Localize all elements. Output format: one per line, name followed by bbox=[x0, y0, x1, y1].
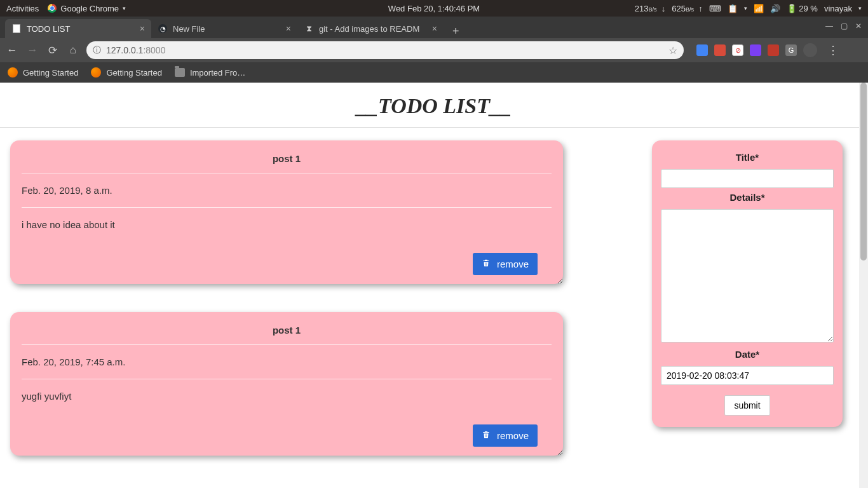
remove-button[interactable]: remove bbox=[473, 424, 538, 447]
card-body: yugfi yuvfiyt bbox=[22, 379, 552, 402]
clipboard-icon[interactable]: 📋 bbox=[728, 4, 738, 13]
profile-avatar[interactable] bbox=[803, 43, 817, 57]
extensions-area: ⊘ G bbox=[696, 44, 797, 56]
card-title: post 1 bbox=[22, 321, 552, 345]
extension-icon[interactable] bbox=[714, 44, 726, 56]
card-date: Feb. 20, 2019, 7:45 a.m. bbox=[22, 345, 552, 379]
forward-button[interactable]: → bbox=[25, 44, 39, 57]
chevron-down-icon: ▾ bbox=[744, 5, 747, 11]
extension-adblock-icon[interactable]: ⊘ bbox=[732, 44, 743, 56]
browser-tab[interactable]: TODO LIST× bbox=[5, 19, 151, 38]
trash-icon bbox=[482, 430, 491, 441]
todo-card: post 1Feb. 20, 2019, 7:45 a.m.yugfi yuvf… bbox=[10, 312, 563, 456]
user-menu[interactable]: vinayak bbox=[824, 4, 852, 13]
extension-icon[interactable] bbox=[768, 44, 779, 56]
trash-icon bbox=[482, 259, 491, 269]
page-viewport: __TODO LIST__ post 1Feb. 20, 2019, 8 a.m… bbox=[0, 83, 868, 488]
close-button[interactable]: ✕ bbox=[855, 22, 862, 30]
close-tab-icon[interactable]: × bbox=[140, 24, 145, 34]
bookmark-label: Imported Fro… bbox=[190, 68, 245, 78]
card-date: Feb. 20, 2019, 8 a.m. bbox=[22, 173, 552, 208]
new-tab-button[interactable]: + bbox=[444, 25, 468, 38]
clock[interactable]: Wed Feb 20, 1:40:46 PM bbox=[388, 4, 480, 13]
back-button[interactable]: ← bbox=[5, 44, 19, 57]
page-title: __TODO LIST__ bbox=[0, 83, 868, 127]
remove-button[interactable]: remove bbox=[473, 253, 538, 275]
site-info-icon[interactable]: ⓘ bbox=[93, 44, 101, 56]
favicon-icon: ◔ bbox=[158, 24, 168, 34]
app-menu[interactable]: Google Chrome ▾ bbox=[48, 4, 126, 13]
extension-grammarly-icon[interactable]: G bbox=[785, 44, 797, 56]
tab-strip: TODO LIST×◔New File×⧗git - Add images to… bbox=[0, 17, 868, 38]
address-bar[interactable]: ⓘ 127.0.0.1:8000 ☆ bbox=[86, 41, 684, 59]
extension-icon[interactable] bbox=[750, 44, 761, 56]
card-body: i have no idea about it bbox=[22, 208, 552, 230]
close-tab-icon[interactable]: × bbox=[432, 24, 437, 34]
folder-icon bbox=[175, 68, 185, 77]
bookmark-item[interactable]: Imported Fro… bbox=[175, 68, 245, 78]
net-up: 625B/s ↑ bbox=[672, 4, 702, 13]
minimize-button[interactable]: — bbox=[825, 22, 833, 30]
url-text: 127.0.0.1:8000 bbox=[106, 45, 165, 55]
scrollbar-thumb[interactable] bbox=[860, 83, 867, 261]
bookmark-item[interactable]: Getting Started bbox=[91, 67, 161, 78]
extension-translate-icon[interactable] bbox=[696, 44, 708, 56]
browser-menu-button[interactable]: ⋮ bbox=[824, 43, 843, 57]
desktop-topbar: Activities Google Chrome ▾ Wed Feb 20, 1… bbox=[0, 0, 868, 17]
close-tab-icon[interactable]: × bbox=[286, 24, 291, 34]
posts-column: post 1Feb. 20, 2019, 8 a.m.i have no ide… bbox=[10, 140, 563, 456]
chrome-icon bbox=[48, 4, 57, 13]
create-form: Title* Details* Date* submit bbox=[652, 140, 843, 427]
tab-label: New File bbox=[173, 24, 205, 34]
volume-icon[interactable]: 🔊 bbox=[770, 4, 780, 13]
date-label: Date* bbox=[661, 345, 834, 366]
app-name: Google Chrome bbox=[60, 4, 119, 13]
firefox-icon bbox=[91, 67, 101, 78]
maximize-button[interactable]: ▢ bbox=[841, 22, 848, 30]
tab-label: TODO LIST bbox=[27, 24, 70, 34]
chevron-down-icon: ▾ bbox=[123, 5, 126, 11]
todo-card: post 1Feb. 20, 2019, 8 a.m.i have no ide… bbox=[10, 140, 563, 284]
chevron-down-icon: ▾ bbox=[858, 5, 862, 11]
battery-indicator[interactable]: 🔋 29 % bbox=[787, 4, 818, 13]
date-input[interactable] bbox=[661, 366, 834, 385]
reload-button[interactable]: ⟳ bbox=[46, 44, 60, 57]
bookmark-item[interactable]: Getting Started bbox=[8, 67, 78, 78]
tab-label: git - Add images to READM bbox=[319, 24, 419, 34]
activities-button[interactable]: Activities bbox=[6, 4, 39, 13]
bookmark-star-icon[interactable]: ☆ bbox=[668, 44, 677, 57]
scrollbar[interactable] bbox=[859, 83, 868, 488]
remove-label: remove bbox=[497, 259, 529, 269]
net-down: 213B/s ↓ bbox=[635, 4, 665, 13]
details-label: Details* bbox=[661, 188, 834, 209]
submit-button[interactable]: submit bbox=[724, 395, 770, 416]
card-title: post 1 bbox=[22, 149, 552, 173]
bookmark-label: Getting Started bbox=[23, 68, 78, 78]
browser-tab[interactable]: ⧗git - Add images to READM× bbox=[297, 19, 444, 38]
bookmarks-bar: Getting StartedGetting StartedImported F… bbox=[0, 62, 868, 83]
browser-toolbar: ← → ⟳ ⌂ ⓘ 127.0.0.1:8000 ☆ ⊘ G ⋮ bbox=[0, 38, 868, 62]
firefox-icon bbox=[8, 67, 18, 78]
home-button[interactable]: ⌂ bbox=[66, 44, 80, 57]
bookmark-label: Getting Started bbox=[106, 68, 161, 78]
title-label: Title* bbox=[661, 148, 834, 169]
browser-chrome: TODO LIST×◔New File×⧗git - Add images to… bbox=[0, 17, 868, 83]
details-textarea[interactable] bbox=[661, 209, 834, 342]
favicon-icon: ⧗ bbox=[304, 24, 314, 34]
remove-label: remove bbox=[497, 430, 529, 441]
keyboard-icon[interactable]: ⌨ bbox=[709, 4, 721, 13]
window-controls: — ▢ ✕ bbox=[825, 22, 862, 30]
favicon-icon bbox=[11, 24, 22, 34]
browser-tab[interactable]: ◔New File× bbox=[151, 19, 297, 38]
wifi-icon[interactable]: 📶 bbox=[754, 4, 764, 13]
title-input[interactable] bbox=[661, 169, 834, 188]
